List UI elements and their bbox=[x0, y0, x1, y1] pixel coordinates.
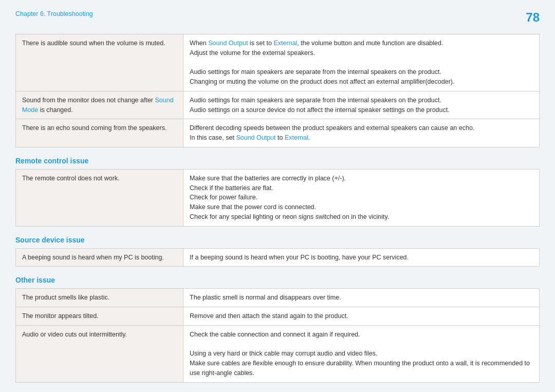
page-wrapper: Chapter 6. Troubleshooting 78 There is a… bbox=[0, 0, 555, 392]
sound-mode-link[interactable]: Sound Mode bbox=[22, 97, 174, 114]
issue-cell: There is an echo sound coming from the s… bbox=[16, 119, 183, 147]
page-number: 78 bbox=[526, 10, 540, 25]
other-issue-table: The product smells like plastic. The pla… bbox=[15, 288, 540, 382]
source-device-section-title: Source device issue bbox=[15, 236, 540, 244]
table-row: A beeping sound is heard when my PC is b… bbox=[16, 248, 540, 267]
external-link-2[interactable]: External bbox=[285, 134, 308, 141]
solution-cell: Check the cable connection and connect i… bbox=[183, 325, 540, 382]
external-link-1[interactable]: External bbox=[273, 40, 297, 47]
solution-cell: Make sure that the batteries are correct… bbox=[183, 169, 540, 226]
solution-cell: If a beeping sound is heard when your PC… bbox=[183, 248, 540, 267]
table-row: The product smells like plastic. The pla… bbox=[16, 289, 540, 307]
solution-cell: When Sound Output is set to External, th… bbox=[183, 34, 540, 91]
solution-cell: Remove and then attach the stand again t… bbox=[183, 307, 540, 326]
table-row: The monitor appears tilted. Remove and t… bbox=[16, 307, 540, 326]
solution-cell: Different decoding speeds between the pr… bbox=[183, 119, 540, 147]
source-device-table: A beeping sound is heard when my PC is b… bbox=[15, 248, 540, 267]
table-row: The remote control does not work. Make s… bbox=[16, 169, 540, 226]
remote-control-table: The remote control does not work. Make s… bbox=[15, 169, 540, 227]
solution-cell: The plastic smell is normal and disappea… bbox=[183, 289, 540, 307]
remote-control-section-title: Remote control issue bbox=[15, 157, 540, 165]
table-row: Audio or video cuts out intermittently. … bbox=[16, 325, 540, 382]
other-issue-section-title: Other issue bbox=[15, 276, 540, 284]
sound-output-link-2[interactable]: Sound Output bbox=[236, 134, 275, 141]
header-bar: Chapter 6. Troubleshooting 78 bbox=[15, 10, 540, 25]
issue-cell: A beeping sound is heard when my PC is b… bbox=[16, 248, 183, 267]
table-row: Sound from the monitor does not change a… bbox=[16, 91, 540, 119]
table-row: There is an echo sound coming from the s… bbox=[16, 119, 540, 147]
solution-cell: Audio settings for main speakers are sep… bbox=[183, 91, 540, 119]
sound-issues-table: There is audible sound when the volume i… bbox=[15, 34, 540, 147]
issue-cell: The remote control does not work. bbox=[16, 169, 183, 226]
table-row: There is audible sound when the volume i… bbox=[16, 34, 540, 91]
chapter-label: Chapter 6. Troubleshooting bbox=[15, 10, 93, 17]
issue-cell: Sound from the monitor does not change a… bbox=[16, 91, 183, 119]
issue-cell: Audio or video cuts out intermittently. bbox=[16, 325, 183, 382]
sound-output-link-1[interactable]: Sound Output bbox=[208, 40, 248, 47]
issue-cell: There is audible sound when the volume i… bbox=[16, 34, 183, 91]
issue-cell: The monitor appears tilted. bbox=[16, 307, 183, 326]
issue-cell: The product smells like plastic. bbox=[16, 289, 183, 307]
